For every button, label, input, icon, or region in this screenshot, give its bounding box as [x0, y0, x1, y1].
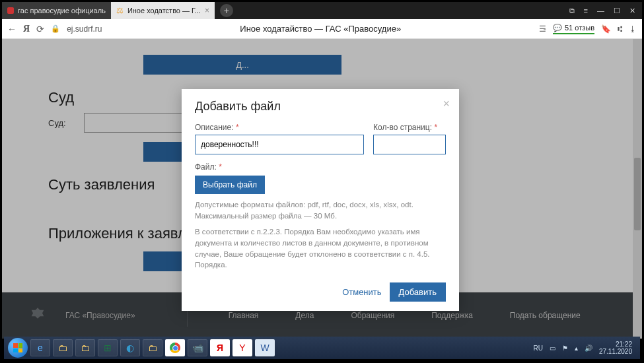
- start-button[interactable]: [8, 338, 28, 358]
- description-label-text: Описание:: [195, 123, 234, 132]
- close-window-icon[interactable]: ✕: [629, 7, 635, 15]
- pages-label-text: Кол-во страниц:: [373, 123, 432, 132]
- page-title: Иное ходатайство — ГАС «Правосудие»: [108, 24, 532, 34]
- system-tray: RU ▭ ⚑ ▴ 🔊 21:22 27.11.2020: [533, 341, 636, 355]
- tray-time: 21:22: [599, 341, 632, 348]
- taskbar-folder2-icon[interactable]: 🗀: [75, 339, 95, 356]
- taskbar-app-icon[interactable]: ◐: [120, 339, 140, 356]
- tray-flag-icon[interactable]: ▭: [550, 345, 555, 352]
- required-star-icon: *: [434, 123, 437, 132]
- tray-date: 27.11.2020: [599, 348, 632, 355]
- allowed-formats-hint: Допустимые форматы файлов: pdf, rtf, doc…: [195, 199, 446, 221]
- translate-icon[interactable]: ☰̵: [539, 24, 546, 34]
- reload-icon[interactable]: ⟳: [36, 24, 44, 34]
- add-button[interactable]: Добавить: [390, 282, 446, 302]
- maximize-icon[interactable]: ☐: [614, 7, 620, 15]
- taskbar-yandex-icon[interactable]: Я: [210, 339, 230, 356]
- reviews-badge[interactable]: 💬 51 отзыв: [553, 24, 594, 34]
- taskbar-yabrowser-icon[interactable]: Y: [233, 339, 252, 356]
- taskbar-folder3-icon[interactable]: 🗀: [143, 339, 162, 356]
- pages-input[interactable]: [373, 135, 446, 154]
- modal-close-icon[interactable]: ×: [443, 97, 450, 111]
- yandex-favicon: [7, 7, 14, 14]
- extensions-icon[interactable]: ⧉: [569, 7, 575, 15]
- comment-icon: 💬: [553, 24, 562, 32]
- tab-1-title: гас правосудие официаль: [18, 7, 106, 15]
- description-label: Описание: *: [195, 123, 364, 132]
- viewport: Д... Суд Суд: Суть заявления Приложения …: [2, 39, 642, 339]
- required-star-icon: *: [219, 162, 222, 172]
- taskbar-word-icon[interactable]: W: [255, 339, 275, 356]
- download-icon[interactable]: ⭳: [629, 24, 637, 34]
- taskbar-chrome-icon[interactable]: [165, 339, 185, 356]
- choose-file-button[interactable]: Выбрать файл: [195, 176, 265, 194]
- rules-hint: В соответствии с п.2.2.3. Порядка Вам не…: [195, 226, 446, 271]
- tray-clock[interactable]: 21:22 27.11.2020: [599, 341, 632, 355]
- new-tab-button[interactable]: +: [220, 4, 233, 17]
- browser-tabstrip: гас правосудие официаль ⚖ Иное ходатство…: [2, 2, 642, 19]
- tray-chevron-icon[interactable]: ▴: [575, 345, 578, 352]
- tab-2-title: Иное ходатство — Г...: [127, 7, 201, 15]
- sidebar-icon[interactable]: ⑆: [618, 24, 622, 34]
- yandex-home-icon[interactable]: Я: [23, 24, 30, 34]
- choose-file-label: Выбрать файл: [203, 180, 257, 189]
- minimize-icon[interactable]: —: [597, 7, 604, 15]
- reviews-text: 51 отзыв: [565, 24, 594, 32]
- taskbar-explorer-icon[interactable]: 🗀: [53, 339, 73, 356]
- menu-icon[interactable]: ≡: [584, 7, 588, 15]
- file-label: Файл: *: [195, 162, 446, 172]
- description-input[interactable]: [195, 135, 364, 154]
- taskbar-skype-icon[interactable]: 📹: [188, 339, 207, 356]
- required-star-icon: *: [236, 123, 239, 132]
- bookmark-icon[interactable]: 🔖: [601, 24, 611, 34]
- tray-lang[interactable]: RU: [533, 345, 542, 352]
- close-tab-icon[interactable]: ×: [205, 6, 209, 15]
- lock-icon: 🔒: [51, 24, 60, 33]
- modal-title: Добавить файл: [195, 100, 446, 114]
- add-file-modal: × Добавить файл Описание: * Кол-во стран…: [182, 89, 459, 311]
- tray-action-center-icon[interactable]: ⚑: [562, 345, 568, 352]
- file-label-text: Файл:: [195, 162, 217, 172]
- justice-favicon: ⚖: [116, 6, 124, 15]
- pages-label: Кол-во страниц: *: [373, 123, 446, 132]
- windows-logo-icon: [13, 343, 22, 352]
- address-bar: ← Я ⟳ 🔒 ej.sudrf.ru Иное ходатайство — Г…: [2, 19, 642, 39]
- taskbar-excel-icon[interactable]: ⊞: [98, 339, 118, 356]
- back-icon[interactable]: ←: [7, 24, 17, 34]
- tray-volume-icon[interactable]: 🔊: [585, 345, 592, 352]
- cancel-button[interactable]: Отменить: [342, 287, 381, 297]
- url-host[interactable]: ej.sudrf.ru: [67, 24, 102, 34]
- tab-1[interactable]: гас правосудие официаль: [2, 2, 111, 19]
- taskbar-ie-icon[interactable]: e: [30, 339, 50, 356]
- windows-taskbar: e 🗀 🗀 ⊞ ◐ 🗀 📹 Я Y W RU ▭ ⚑ ▴ 🔊 21:22 27.…: [4, 337, 640, 359]
- tab-2-active[interactable]: ⚖ Иное ходатство — Г... ×: [111, 2, 215, 19]
